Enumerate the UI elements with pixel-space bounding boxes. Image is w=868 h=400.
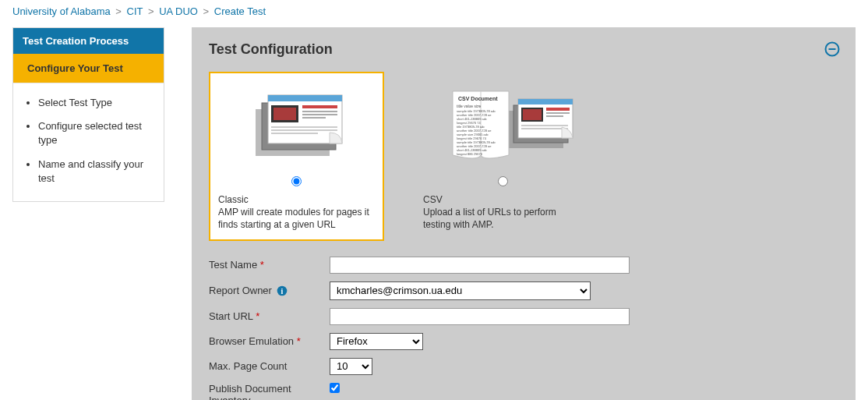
type-label-classic: Classic AMP will create modules for page… [218, 193, 375, 232]
start-url-input[interactable] [330, 308, 630, 325]
svg-text:longest 886 29676: longest 886 29676 [457, 152, 483, 156]
svg-rect-23 [546, 115, 563, 117]
svg-text:title       value   size: title value size [457, 104, 482, 108]
breadcrumb-link-1[interactable]: CIT [127, 5, 143, 17]
label-publish-doc-inventory: Publish Document Inventory [209, 383, 330, 400]
breadcrumb-sep: > [113, 5, 124, 17]
browser-emulation-select[interactable]: Firefox [330, 333, 423, 350]
type-radio-csv[interactable] [498, 176, 508, 186]
svg-rect-21 [546, 108, 570, 111]
sidebar-steps: Select Test Type Configure selected test… [13, 83, 164, 201]
svg-rect-20 [523, 109, 542, 120]
sidebar-step: Name and classify your test [38, 153, 156, 190]
test-name-input[interactable] [330, 257, 630, 274]
svg-rect-24 [521, 125, 568, 126]
collapse-icon[interactable] [824, 41, 840, 59]
sidebar-active-step[interactable]: Configure Your Test [13, 54, 164, 83]
sidebar-header: Test Creation Process [13, 28, 164, 54]
svg-text:CSV Document: CSV Document [458, 96, 498, 101]
info-icon[interactable]: i [277, 285, 288, 296]
type-radio-classic[interactable] [291, 176, 302, 186]
label-browser-emulation: Browser Emulation * [209, 335, 330, 347]
svg-text:i: i [281, 287, 283, 296]
svg-rect-9 [302, 111, 337, 112]
label-report-owner: Report Owner i [209, 285, 330, 297]
breadcrumb: University of Alabama > CIT > UA DUO > C… [0, 0, 868, 23]
svg-rect-10 [302, 114, 337, 115]
label-test-name: Test Name * [209, 259, 330, 271]
svg-rect-25 [521, 128, 568, 129]
classic-thumb [218, 80, 375, 173]
type-label-csv: CSV Upload a list of URLs to perform tes… [423, 193, 583, 232]
svg-rect-8 [302, 105, 337, 108]
type-card-csv[interactable]: CSV Document title value size sample tit… [415, 72, 591, 241]
svg-rect-12 [271, 126, 337, 128]
max-page-count-select[interactable]: 10 [330, 358, 372, 375]
svg-rect-18 [518, 99, 573, 104]
label-start-url: Start URL * [209, 310, 330, 322]
publish-doc-inventory-checkbox[interactable] [330, 383, 340, 393]
main-panel: Test Configuration [192, 27, 856, 400]
svg-rect-7 [273, 108, 296, 120]
sidebar: Test Creation Process Configure Your Tes… [12, 27, 164, 202]
svg-rect-22 [546, 112, 570, 114]
breadcrumb-link-2[interactable]: UA DUO [159, 5, 198, 17]
type-card-classic[interactable]: Classic AMP will create modules for page… [209, 72, 384, 241]
label-max-page-count: Max. Page Count [209, 360, 330, 372]
breadcrumb-sep: > [146, 5, 157, 17]
page-title: Test Configuration [209, 41, 838, 58]
breadcrumb-link-0[interactable]: University of Alabama [12, 5, 111, 17]
breadcrumb-sep: > [201, 5, 212, 17]
sidebar-step: Configure selected test type [38, 115, 156, 152]
svg-rect-13 [271, 129, 337, 131]
csv-thumb: CSV Document title value size sample tit… [423, 80, 583, 173]
svg-rect-11 [302, 117, 326, 119]
breadcrumb-current: Create Test [214, 5, 266, 17]
svg-rect-5 [268, 95, 342, 101]
sidebar-step: Select Test Type [38, 91, 156, 115]
report-owner-select[interactable]: kmcharles@crimson.ua.edu [330, 281, 591, 300]
svg-rect-14 [271, 133, 318, 134]
